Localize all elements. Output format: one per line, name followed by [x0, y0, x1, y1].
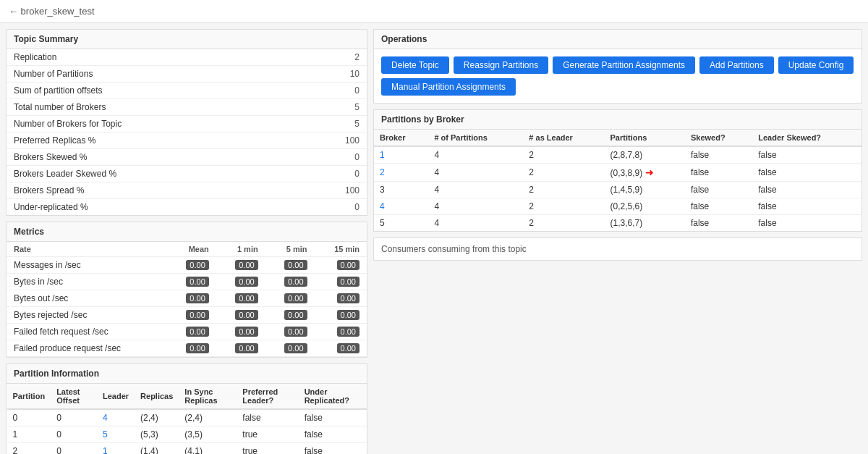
metric-1min: 0.00: [216, 307, 265, 324]
col-15min: 15 min: [315, 242, 367, 257]
partition-preferred: true: [237, 426, 298, 443]
topic-label: Preferred Replicas %: [7, 133, 298, 149]
back-link[interactable]: ← broker_skew_test: [9, 6, 95, 17]
metric-5min: 0.00: [265, 324, 315, 340]
topic-summary-row: Brokers Leader Skewed %0: [7, 166, 367, 182]
broker-partition-list: (1,4,5,9): [605, 182, 685, 198]
broker-leader-skewed: false: [752, 164, 861, 182]
metric-label: Bytes rejected /sec: [7, 307, 167, 324]
broker-row: 3 4 2 (1,4,5,9) false false: [374, 182, 861, 198]
metric-mean: 0.00: [167, 340, 216, 357]
metric-5min: 0.00: [265, 257, 315, 274]
add-partitions-button[interactable]: Add Partitions: [699, 56, 774, 74]
metric-1min: 0.00: [216, 324, 265, 340]
broker-col-header: Leader Skewed?: [752, 130, 861, 146]
metrics-row: Messages in /sec 0.00 0.00 0.00 0.00: [7, 257, 367, 274]
partition-replicas: (1,4): [135, 443, 179, 455]
delete-topic-button[interactable]: Delete Topic: [381, 56, 449, 74]
generate-partition-button[interactable]: Generate Partition Assignments: [553, 56, 695, 74]
metrics-section: Metrics Rate Mean 1 min 5 min 15 min Mes…: [6, 222, 367, 358]
col-rate: Rate: [7, 242, 167, 257]
broker-skewed: false: [685, 182, 752, 198]
partitions-by-broker-header: Partitions by Broker: [374, 110, 861, 130]
manual-partition-button[interactable]: Manual Partition Assignments: [381, 78, 516, 96]
metric-5min: 0.00: [265, 274, 315, 290]
metrics-row: Bytes rejected /sec 0.00 0.00 0.00 0.00: [7, 307, 367, 324]
partition-under-rep: false: [299, 426, 367, 443]
update-config-button[interactable]: Update Config: [778, 56, 854, 74]
partition-offset: 0: [51, 443, 97, 455]
metric-5min: 0.00: [265, 290, 315, 307]
topic-summary-row: Number of Partitions10: [7, 66, 367, 83]
metric-mean: 0.00: [167, 274, 216, 290]
topic-summary-row: Number of Brokers for Topic5: [7, 116, 367, 133]
broker-skewed: false: [685, 215, 752, 232]
partition-under-rep: false: [299, 443, 367, 455]
broker-leader-count: 2: [523, 198, 604, 215]
topic-label: Sum of partition offsets: [7, 83, 298, 99]
partitions-by-broker-table: Broker# of Partitions# as LeaderPartitio…: [374, 130, 861, 231]
col-mean: Mean: [167, 242, 216, 257]
topic-value: 0: [298, 83, 367, 99]
arrow-annotation: ➜: [645, 167, 654, 178]
broker-skewed: false: [685, 198, 752, 215]
topic-value: 2: [298, 49, 367, 66]
metrics-row: Failed produce request /sec 0.00 0.00 0.…: [7, 340, 367, 357]
broker-leader-skewed: false: [752, 146, 861, 164]
metric-mean: 0.00: [167, 257, 216, 274]
topic-summary-header: Topic Summary: [7, 30, 367, 49]
broker-col-header: Skewed?: [685, 130, 752, 146]
partition-number: 0: [7, 409, 51, 426]
col-1min: 1 min: [216, 242, 265, 257]
metric-5min: 0.00: [265, 307, 315, 324]
operations-header: Operations: [374, 30, 861, 49]
broker-id[interactable]: 1: [374, 146, 428, 164]
broker-leader-count: 2: [523, 146, 604, 164]
broker-partition-list: (0,2,5,6): [605, 198, 685, 215]
reassign-partitions-button[interactable]: Reassign Partitions: [454, 56, 548, 74]
broker-col-header: Broker: [374, 130, 428, 146]
metric-1min: 0.00: [216, 340, 265, 357]
partition-col-header: Under Replicated?: [299, 384, 367, 409]
partition-info-table: PartitionLatest OffsetLeaderReplicasIn S…: [7, 384, 367, 454]
metric-1min: 0.00: [216, 290, 265, 307]
col-5min: 5 min: [265, 242, 315, 257]
partition-leader[interactable]: 1: [97, 443, 135, 455]
partition-col-header: In Sync Replicas: [179, 384, 237, 409]
broker-partition-count: 4: [428, 182, 523, 198]
metric-label: Bytes out /sec: [7, 290, 167, 307]
broker-id[interactable]: 2: [374, 164, 428, 182]
partition-replicas: (2,4): [135, 409, 179, 426]
metric-15min: 0.00: [315, 307, 367, 324]
partition-replicas: (5,3): [135, 426, 179, 443]
topic-summary-row: Brokers Skewed %0: [7, 149, 367, 166]
left-panel: Topic Summary Replication2Number of Part…: [6, 29, 367, 454]
partition-col-header: Latest Offset: [51, 384, 97, 409]
topic-value: 10: [298, 66, 367, 83]
broker-col-header: # of Partitions: [428, 130, 523, 146]
broker-partition-count: 4: [428, 164, 523, 182]
metric-5min: 0.00: [265, 340, 315, 357]
broker-id[interactable]: 4: [374, 198, 428, 215]
partition-info-header: Partition Information: [7, 364, 367, 384]
topic-label: Brokers Leader Skewed %: [7, 166, 298, 182]
topic-summary-row: Total number of Brokers5: [7, 99, 367, 116]
broker-col-header: # as Leader: [523, 130, 604, 146]
topic-label: Number of Partitions: [7, 66, 298, 83]
partition-leader[interactable]: 4: [97, 409, 135, 426]
broker-leader-skewed: false: [752, 182, 861, 198]
topic-value: 100: [298, 133, 367, 149]
metric-label: Messages in /sec: [7, 257, 167, 274]
metric-1min: 0.00: [216, 274, 265, 290]
metrics-row: Bytes out /sec 0.00 0.00 0.00 0.00: [7, 290, 367, 307]
metric-15min: 0.00: [315, 324, 367, 340]
broker-partition-count: 4: [428, 215, 523, 232]
broker-partition-list: (0,3,8,9) ➜: [605, 164, 685, 182]
broker-row: 1 4 2 (2,8,7,8) false false: [374, 146, 861, 164]
partition-leader[interactable]: 5: [97, 426, 135, 443]
broker-skewed: false: [685, 164, 752, 182]
partition-row: 2 0 1 (1,4) (4,1) true false: [7, 443, 367, 455]
topic-label: Under-replicated %: [7, 199, 298, 216]
broker-id: 5: [374, 215, 428, 232]
topic-summary-row: Preferred Replicas %100: [7, 133, 367, 149]
